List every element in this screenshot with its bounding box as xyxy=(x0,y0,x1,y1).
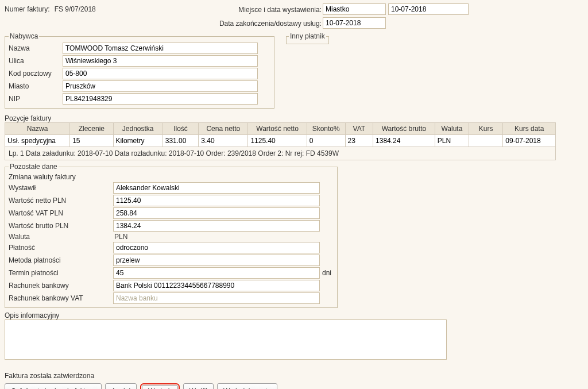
net-pln-input[interactable] xyxy=(113,195,320,206)
col-wartosc-brutto: Wartość brutto xyxy=(373,123,435,135)
payment-input[interactable] xyxy=(113,242,320,253)
item-kurs-input[interactable] xyxy=(469,135,502,147)
issue-date-input[interactable] xyxy=(388,3,469,15)
item-row xyxy=(5,135,556,147)
place-input[interactable] xyxy=(323,3,386,15)
item-kurs-data-input[interactable] xyxy=(503,135,555,147)
buyer-name-input[interactable] xyxy=(63,43,258,54)
currency-label: Waluta xyxy=(9,233,113,241)
description-textarea[interactable] xyxy=(5,319,447,360)
item-wartosc-brutto-input[interactable] xyxy=(373,135,435,147)
buyer-legend: Nabywca xyxy=(9,32,39,40)
bank-account-vat-label: Rachunek bankowy VAT xyxy=(9,294,113,302)
buyer-street-input[interactable] xyxy=(63,55,258,67)
col-vat: VAT xyxy=(345,123,373,135)
send-button[interactable]: Wyślij xyxy=(183,383,214,389)
col-skonto: Skonto% xyxy=(307,123,345,135)
item-lp-detail: Lp. 1 Data załadunku: 2018-07-10 Data ro… xyxy=(5,147,556,160)
col-kurs: Kurs xyxy=(469,123,503,135)
print-envelope-button[interactable]: Wydruk koperty xyxy=(217,383,277,389)
col-jednostka: Jednostka xyxy=(113,123,163,135)
bank-account-label: Rachunek bankowy xyxy=(9,282,113,290)
items-header-row: Nazwa Zlecenie Jednostka Ilość Cena nett… xyxy=(5,123,556,135)
buyer-postcode-label: Kod pocztowy xyxy=(9,70,63,78)
buyer-fieldset: Nabywca Nazwa Ulica Kod pocztowy Miasto … xyxy=(5,32,274,109)
undo-confirm-button[interactable]: Cofnij zatwierdzenie faktury xyxy=(5,383,102,389)
description-label: Opis informacyjny xyxy=(5,311,583,319)
item-cena-netto-input[interactable] xyxy=(199,135,247,147)
payment-label: Płatność xyxy=(9,244,113,252)
buyer-postcode-input[interactable] xyxy=(63,68,258,79)
completion-date-label: Data zakończenia/dostawy usług: xyxy=(195,20,322,28)
issuer-input[interactable] xyxy=(113,182,320,194)
completion-date-input[interactable] xyxy=(323,17,386,29)
buyer-city-label: Miasto xyxy=(9,82,63,90)
payment-term-label: Termin płatności xyxy=(9,269,113,277)
print-highlight: Wydruk xyxy=(140,383,180,389)
items-title: Pozycje faktury xyxy=(5,114,583,122)
invoice-number-label: Numer faktury: xyxy=(5,5,50,13)
col-nazwa: Nazwa xyxy=(5,123,70,135)
payment-method-label: Metoda płatności xyxy=(9,256,113,264)
payment-method-input[interactable] xyxy=(113,255,320,266)
item-waluta-input[interactable] xyxy=(435,135,469,147)
place-date-label: Miejsce i data wystawienia: xyxy=(195,6,322,14)
other-payer-fieldset: Inny płatnik xyxy=(286,32,329,44)
payment-term-input[interactable] xyxy=(113,267,320,279)
bank-account-vat-input[interactable] xyxy=(113,292,320,304)
currency-value: PLN xyxy=(113,233,320,241)
col-wartosc-netto: Wartość netto xyxy=(248,123,307,135)
invoice-number: FS 9/07/2018 xyxy=(55,5,96,13)
gross-pln-input[interactable] xyxy=(113,220,320,232)
col-kurs-data: Kurs data xyxy=(503,123,556,135)
buyer-city-input[interactable] xyxy=(63,80,258,92)
item-jednostka-input[interactable] xyxy=(114,135,163,147)
cancel-button[interactable]: Anuluj xyxy=(105,383,137,389)
bank-account-input[interactable] xyxy=(113,280,320,291)
confirmation-status: Faktura została zatwierdzona xyxy=(5,372,583,380)
vat-pln-label: Wartość VAT PLN xyxy=(9,209,113,217)
issuer-label: Wystawił xyxy=(9,184,113,192)
print-button[interactable]: Wydruk xyxy=(142,385,178,389)
vat-pln-input[interactable] xyxy=(113,207,320,219)
item-skonto-input[interactable] xyxy=(307,135,345,147)
item-nazwa-input[interactable] xyxy=(5,135,69,147)
buyer-street-label: Ulica xyxy=(9,57,63,65)
col-waluta: Waluta xyxy=(435,123,469,135)
item-wartosc-netto-input[interactable] xyxy=(248,135,306,147)
other-payer-legend: Inny płatnik xyxy=(289,32,326,40)
col-cena-netto: Cena netto xyxy=(199,123,248,135)
currency-change-label: Zmiana waluty faktury xyxy=(9,173,334,181)
item-vat-input[interactable] xyxy=(346,135,373,147)
col-zlecenie: Zlecenie xyxy=(70,123,113,135)
col-ilosc: Ilość xyxy=(163,123,198,135)
other-data-fieldset: Pozostałe dane Zmiana waluty faktury Wys… xyxy=(5,163,338,308)
items-table: Nazwa Zlecenie Jednostka Ilość Cena nett… xyxy=(5,122,556,147)
buyer-nip-input[interactable] xyxy=(63,93,258,105)
payment-term-suffix: dni xyxy=(320,269,334,277)
gross-pln-label: Wartość brutto PLN xyxy=(9,222,113,230)
other-data-legend: Pozostałe dane xyxy=(9,163,59,171)
buyer-nip-label: NIP xyxy=(9,95,63,103)
item-zlecenie-input[interactable] xyxy=(70,135,113,147)
item-ilosc-input[interactable] xyxy=(163,135,198,147)
buyer-name-label: Nazwa xyxy=(9,44,63,52)
net-pln-label: Wartość netto PLN xyxy=(9,197,113,205)
